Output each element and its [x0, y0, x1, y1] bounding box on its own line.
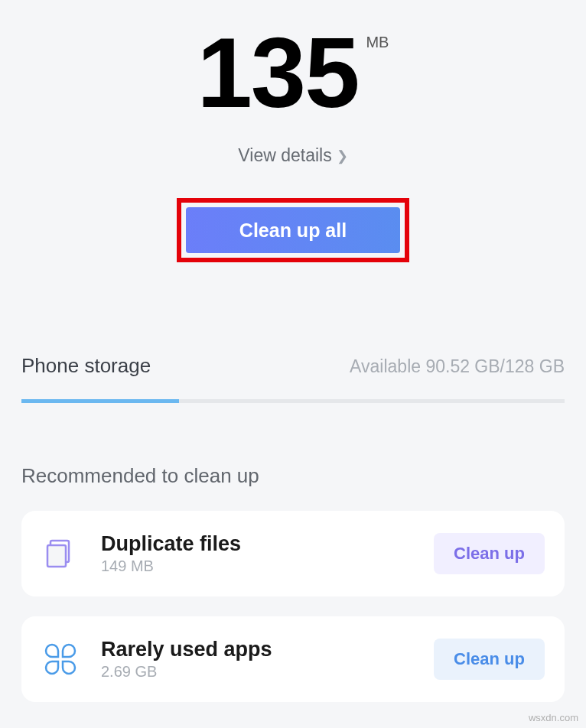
view-details-link[interactable]: View details ❯ [238, 145, 347, 166]
card-text: Duplicate files 149 MB [101, 532, 434, 575]
card-title: Rarely used apps [101, 638, 434, 661]
storage-title: Phone storage [21, 354, 151, 378]
size-value: 135 [197, 23, 359, 122]
chevron-right-icon: ❯ [337, 148, 348, 164]
recommend-heading: Recommended to clean up [0, 464, 586, 488]
storage-progress-bar [21, 399, 565, 403]
cleanable-size: 135 MB [197, 23, 389, 122]
cleanup-button[interactable]: Clean up [434, 533, 545, 574]
list-item[interactable]: Duplicate files 149 MB Clean up [21, 511, 565, 596]
list-item[interactable]: Rarely used apps 2.69 GB Clean up [21, 616, 565, 702]
watermark: wsxdn.com [529, 712, 578, 723]
cleanup-button[interactable]: Clean up [434, 639, 545, 680]
highlight-box: Clean up all [177, 198, 409, 262]
storage-available: Available 90.52 GB/128 GB [350, 356, 565, 377]
cleanup-all-button[interactable]: Clean up all [186, 207, 400, 253]
hero-section: 135 MB View details ❯ Clean up all [0, 0, 586, 262]
storage-header: Phone storage Available 90.52 GB/128 GB [21, 354, 565, 378]
svg-rect-1 [47, 545, 66, 567]
storage-section: Phone storage Available 90.52 GB/128 GB [0, 354, 586, 403]
card-title: Duplicate files [101, 532, 434, 556]
view-details-label: View details [238, 145, 331, 166]
recommend-list: Duplicate files 149 MB Clean up Rarely u… [0, 511, 586, 702]
duplicate-icon [41, 535, 80, 573]
card-text: Rarely used apps 2.69 GB [101, 638, 434, 681]
card-subtitle: 149 MB [101, 557, 434, 575]
storage-progress-fill [21, 399, 179, 403]
card-subtitle: 2.69 GB [101, 663, 434, 681]
size-unit: MB [366, 34, 389, 51]
apps-icon [41, 640, 80, 678]
